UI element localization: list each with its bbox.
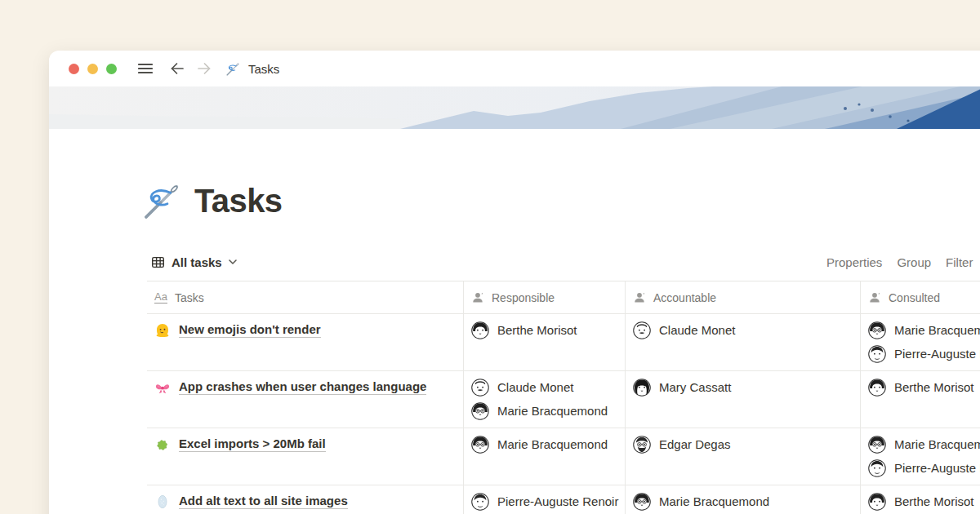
avatar-woman-glasses [471, 436, 489, 454]
person-property-icon [633, 291, 646, 304]
person-entry: Claude Monet [471, 375, 618, 399]
sewing-needle-icon [225, 61, 241, 77]
accountable-cell[interactable]: Edgar Degas [626, 428, 861, 485]
responsible-cell[interactable]: Marie Bracquemond [464, 428, 626, 485]
app-window: Tasks Tasks [49, 51, 980, 514]
person-entry: Pierre-Auguste Renoir [868, 456, 980, 480]
column-header-tasks[interactable]: AaTasks [147, 281, 464, 314]
task-title-link[interactable]: Excel imports > 20Mb fail [179, 436, 326, 452]
accountable-cell[interactable]: Marie Bracquemond [626, 485, 861, 514]
forward-arrow-icon[interactable] [197, 62, 212, 75]
person-property-icon [868, 291, 881, 304]
traffic-lights [69, 64, 117, 74]
puzzle-piece-emoji [154, 436, 171, 453]
accountable-cell[interactable]: Mary Cassatt [626, 371, 861, 428]
page-icon-sewing-needle[interactable] [141, 179, 184, 222]
text-property-icon: Aa [154, 291, 167, 304]
person-property-icon [471, 291, 484, 304]
person-entry: Berthe Morisot [471, 318, 618, 342]
avatar-man-short [471, 493, 489, 511]
view-toolbar: All tasks PropertiesGroupFilter [147, 243, 980, 281]
person-name: Pierre-Auguste Renoir [894, 461, 980, 475]
person-name: Berthe Morisot [894, 494, 974, 508]
column-header-accountable[interactable]: Accountable [626, 281, 861, 314]
consulted-cell[interactable]: Marie BracquemondPierre-Auguste Renoir [861, 314, 980, 370]
minimize-window-button[interactable] [87, 64, 98, 74]
tasks-table: AaTasksResponsibleAccountableConsulted N… [147, 281, 980, 514]
breadcrumb-page-title[interactable]: Tasks [248, 63, 279, 75]
avatar-woman-bob [471, 321, 489, 339]
egg-emoji [154, 494, 171, 510]
person-name: Berthe Morisot [894, 380, 974, 394]
ribbon-bow-emoji [154, 379, 171, 396]
table-header-row: AaTasksResponsibleAccountableConsulted [147, 281, 980, 314]
table-row: Excel imports > 20Mb failMarie Bracquemo… [147, 428, 980, 485]
person-name: Marie Bracquemond [497, 404, 608, 418]
person-entry: Marie Bracquemond [471, 399, 618, 423]
consulted-cell[interactable]: Berthe Morisot [861, 485, 980, 514]
cover-image-mountains[interactable] [49, 86, 980, 129]
column-label: Accountable [653, 291, 716, 304]
person-name: Marie Bracquemond [497, 437, 608, 451]
melting-face-emoji [154, 322, 171, 339]
person-entry: Claude Monet [633, 318, 853, 342]
avatar-woman-glasses [868, 321, 886, 339]
task-title-link[interactable]: New emojis don't render [179, 322, 321, 338]
page-content: Tasks All tasks PropertiesGroupFilter Aa… [147, 179, 980, 514]
hamburger-menu-icon[interactable] [138, 63, 153, 74]
consulted-cell[interactable]: Marie BracquemondPierre-Auguste Renoir [861, 428, 980, 485]
consulted-cell[interactable]: Berthe Morisot [861, 371, 980, 428]
avatar-man-mustache [471, 379, 489, 397]
task-title-cell[interactable]: Add alt text to all site images [147, 485, 464, 514]
avatar-man-mustache [633, 321, 651, 339]
page-title: Tasks [194, 181, 282, 220]
toolbar-button-filter[interactable]: Filter [946, 255, 973, 269]
desktop-background: { "colors": { "background": "#f8f2e7", "… [0, 0, 980, 514]
column-header-responsible[interactable]: Responsible [464, 281, 626, 314]
person-entry: Marie Bracquemond [633, 490, 853, 513]
responsible-cell[interactable]: Berthe Morisot [464, 314, 626, 370]
table-row: New emojis don't renderBerthe MorisotCla… [147, 314, 980, 371]
back-arrow-icon[interactable] [170, 62, 185, 75]
accountable-cell[interactable]: Claude Monet [626, 314, 861, 370]
avatar-man-short [868, 345, 886, 363]
zoom-window-button[interactable] [106, 64, 117, 74]
person-entry: Marie Bracquemond [868, 432, 980, 456]
task-title-link[interactable]: Add alt text to all site images [179, 494, 348, 509]
task-title-cell[interactable]: New emojis don't render [147, 314, 464, 370]
column-label: Responsible [492, 291, 555, 304]
avatar-woman-long [633, 379, 651, 397]
responsible-cell[interactable]: Claude MonetMarie Bracquemond [464, 371, 626, 428]
table-body: New emojis don't renderBerthe MorisotCla… [147, 314, 980, 514]
avatar-woman-bob [868, 493, 886, 511]
person-entry: Edgar Degas [633, 432, 853, 456]
task-title-cell[interactable]: App crashes when user changes language [147, 371, 464, 428]
avatar-man-short [868, 459, 886, 477]
task-title-cell[interactable]: Excel imports > 20Mb fail [147, 428, 464, 485]
person-entry: Pierre-Auguste Renoir [471, 490, 618, 513]
person-name: Marie Bracquemond [894, 437, 980, 451]
person-entry: Berthe Morisot [868, 490, 980, 513]
person-entry: Marie Bracquemond [471, 432, 618, 456]
person-name: Marie Bracquemond [894, 323, 980, 337]
task-title-link[interactable]: App crashes when user changes language [179, 379, 426, 395]
view-switcher[interactable]: All tasks [151, 255, 237, 269]
responsible-cell[interactable]: Pierre-Auguste Renoir [464, 485, 626, 514]
chevron-down-icon [229, 259, 237, 264]
view-name: All tasks [172, 255, 222, 269]
table-view-icon [151, 255, 165, 269]
column-label: Consulted [889, 291, 940, 304]
toolbar-button-properties[interactable]: Properties [826, 255, 882, 269]
column-label: Tasks [175, 291, 204, 304]
person-name: Pierre-Auguste Renoir [894, 347, 980, 361]
avatar-woman-bob [868, 379, 886, 397]
close-window-button[interactable] [69, 64, 79, 74]
avatar-man-beard-glasses [633, 436, 651, 454]
person-name: Berthe Morisot [497, 323, 577, 337]
window-titlebar: Tasks [49, 51, 980, 86]
column-header-consulted[interactable]: Consulted [861, 281, 980, 314]
toolbar-button-group[interactable]: Group [897, 255, 931, 269]
person-name: Claude Monet [659, 323, 735, 337]
person-name: Mary Cassatt [659, 380, 731, 394]
avatar-woman-glasses [633, 493, 651, 511]
